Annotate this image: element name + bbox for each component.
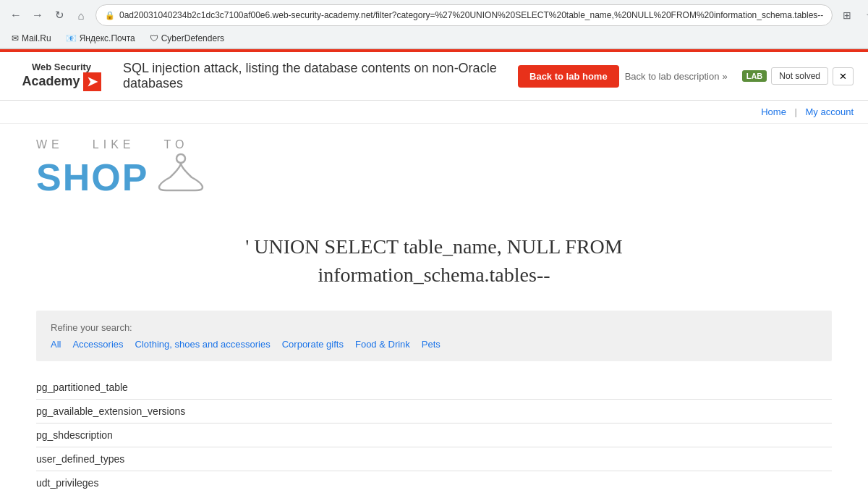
list-item: pg_available_extension_versions xyxy=(36,400,832,424)
shop-name-area: SHOP xyxy=(36,151,832,203)
star-button[interactable]: ☆ xyxy=(860,5,868,25)
filter-all[interactable]: All xyxy=(51,339,61,350)
filter-label: Refine your search: xyxy=(51,322,817,333)
lab-actions: Back to lab home Back to lab description… xyxy=(518,65,728,88)
list-item: user_defined_types xyxy=(36,447,832,471)
bookmark-mail-label: Mail.Ru xyxy=(22,33,51,43)
lab-info: SQL injection attack, listing the databa… xyxy=(123,61,503,91)
back-button[interactable]: ← xyxy=(6,5,26,25)
shop-tagline: WE LIKE TO xyxy=(36,138,832,151)
academy-text: Academy xyxy=(22,74,80,89)
query-line1: ' UNION SELECT table_name, NULL FROM xyxy=(36,232,832,261)
query-line2: information_schema.tables-- xyxy=(36,261,832,289)
bookmarks-bar: ✉ Mail.Ru 📧 Яндекс.Почта 🛡 CyberDefender… xyxy=(0,30,868,49)
home-link[interactable]: Home xyxy=(761,106,786,117)
filter-section: Refine your search: All Accessories Clot… xyxy=(36,311,832,361)
filter-corporate-gifts[interactable]: Corporate gifts xyxy=(282,339,344,350)
tagline-like: LIKE xyxy=(93,138,135,151)
lab-status: LAB Not solved ✕ xyxy=(742,67,854,85)
main-content: WE LIKE TO SHOP ' UNION SELECT table_nam… xyxy=(0,124,868,493)
back-to-description-link[interactable]: Back to lab description » xyxy=(625,71,728,82)
hanger-icon xyxy=(156,151,206,203)
lock-icon: 🔒 xyxy=(105,11,115,20)
extensions-button[interactable]: ⊞ xyxy=(837,5,857,25)
not-solved-label: Not solved xyxy=(771,67,828,85)
my-account-link[interactable]: My account xyxy=(806,106,854,117)
results-list: pg_partitioned_table pg_available_extens… xyxy=(36,376,832,493)
browser-chrome: ← → ↻ ⌂ 🔒 0ad20031040234b2c1dc3c7100af00… xyxy=(0,0,868,49)
logo-orange-icon: ➤ xyxy=(83,72,101,91)
lab-badge: LAB xyxy=(742,70,767,82)
filter-accessories[interactable]: Accessories xyxy=(72,339,123,350)
lab-header: Web Security Academy ➤ SQL injection att… xyxy=(0,52,868,101)
bookmark-yandex-label: Яндекс.Почта xyxy=(80,33,135,43)
address-bar[interactable]: 🔒 0ad20031040234b2c1dc3c7100af00e6.web-s… xyxy=(95,4,833,26)
url-text: 0ad20031040234b2c1dc3c7100af00e6.web-sec… xyxy=(119,10,823,20)
close-lab-button[interactable]: ✕ xyxy=(833,67,854,85)
site-navigation: Home | My account xyxy=(0,101,868,124)
bookmark-cyberdefenders-label: CyberDefenders xyxy=(161,33,224,43)
lab-title: SQL injection attack, listing the databa… xyxy=(123,61,503,91)
cyberdefenders-icon: 🛡 xyxy=(150,33,158,43)
filter-food-drink[interactable]: Food & Drink xyxy=(355,339,410,350)
chevron-right-icon: » xyxy=(722,71,727,82)
filter-pets[interactable]: Pets xyxy=(422,339,441,350)
mail-icon: ✉ xyxy=(12,33,19,43)
home-button[interactable]: ⌂ xyxy=(71,5,91,25)
yandex-icon: 📧 xyxy=(66,33,77,43)
logo-bottom: Academy ➤ xyxy=(22,72,101,91)
site-logo: Web Security Academy ➤ xyxy=(14,62,109,91)
browser-toolbar: ← → ↻ ⌂ 🔒 0ad20031040234b2c1dc3c7100af00… xyxy=(0,0,868,30)
nav-buttons: ← → ↻ ⌂ xyxy=(6,5,91,25)
list-item: pg_partitioned_table xyxy=(36,376,832,400)
list-item: udt_privileges xyxy=(36,471,832,493)
logo-top-text: Web Security xyxy=(32,62,91,72)
filter-clothing[interactable]: Clothing, shoes and accessories xyxy=(135,339,271,350)
back-to-lab-button[interactable]: Back to lab home xyxy=(518,65,619,88)
back-to-desc-text: Back to lab description xyxy=(625,71,720,82)
tagline-to: TO xyxy=(163,138,188,151)
forward-button[interactable]: → xyxy=(27,5,48,25)
filter-links: All Accessories Clothing, shoes and acce… xyxy=(51,339,817,350)
bookmark-cyberdefenders[interactable]: 🛡 CyberDefenders xyxy=(144,32,230,45)
browser-action-buttons: ⊞ ☆ 🧩 ⬜ ⋮ xyxy=(837,5,868,25)
svg-point-0 xyxy=(176,154,185,163)
bookmark-mail[interactable]: ✉ Mail.Ru xyxy=(6,32,57,45)
shop-logo: WE LIKE TO SHOP xyxy=(36,138,832,203)
shop-name: SHOP xyxy=(36,156,148,199)
refresh-button[interactable]: ↻ xyxy=(49,5,69,25)
query-display: ' UNION SELECT table_name, NULL FROM inf… xyxy=(36,218,832,311)
nav-separator: | xyxy=(795,106,797,117)
bookmark-yandex[interactable]: 📧 Яндекс.Почта xyxy=(60,32,141,45)
list-item: pg_shdescription xyxy=(36,424,832,447)
tagline-we: WE xyxy=(36,138,64,151)
